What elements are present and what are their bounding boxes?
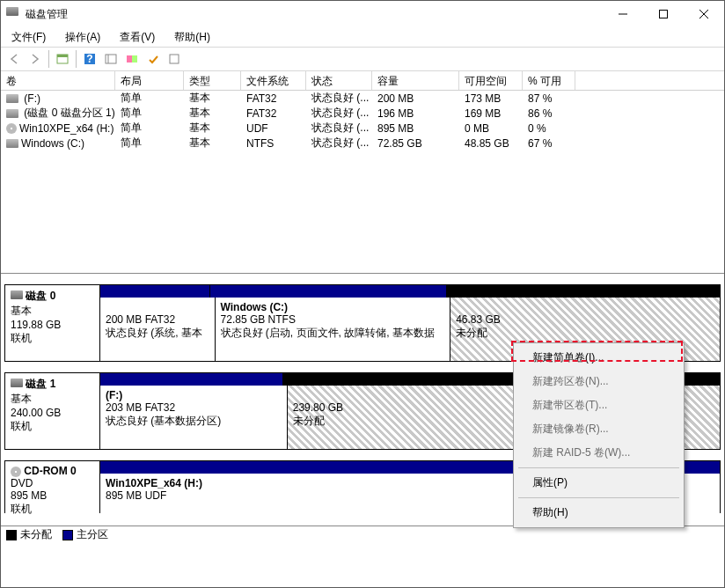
disk-label[interactable]: CD-ROM 0DVD895 MB联机 [5, 461, 100, 513]
col-fs[interactable]: 文件系统 [241, 71, 306, 90]
svg-rect-11 [132, 55, 137, 62]
legend-primary-swatch [62, 530, 73, 540]
forward-button[interactable] [26, 49, 45, 69]
context-menu: 新建简单卷(I)... 新建跨区卷(N)... 新建带区卷(T)... 新建镜像… [513, 342, 685, 528]
menu-file[interactable]: 文件(F) [6, 28, 51, 47]
menu-view[interactable]: 查看(V) [114, 28, 160, 47]
maximize-button[interactable] [643, 1, 684, 27]
disk-label[interactable]: 磁盘 1基本240.00 GB联机 [5, 373, 100, 449]
legend-unalloc-swatch [6, 530, 17, 540]
col-status[interactable]: 状态 [306, 71, 372, 90]
volume-row[interactable]: (F:)简单基本FAT32状态良好 (...200 MB173 MB87 % [1, 91, 724, 106]
toolbar-icon-5[interactable] [143, 49, 163, 69]
volume-row[interactable]: (磁盘 0 磁盘分区 1)简单基本FAT32状态良好 (...196 MB169… [1, 106, 724, 121]
volume-row[interactable]: Win10XPE_x64 (H:)简单基本UDF状态良好 (...895 MB0… [1, 121, 724, 136]
help-icon[interactable]: ? [80, 49, 99, 69]
toolbar-icon-6[interactable] [165, 49, 184, 69]
back-button[interactable] [4, 49, 24, 69]
ctx-separator [518, 467, 679, 468]
ctx-separator [518, 497, 679, 498]
svg-rect-10 [127, 55, 132, 62]
ctx-help[interactable]: 帮助(H) [516, 501, 681, 525]
separator [48, 50, 49, 68]
col-capacity[interactable]: 容量 [372, 71, 459, 90]
menubar: 文件(F) 操作(A) 查看(V) 帮助(H) [1, 27, 724, 47]
disk-label[interactable]: 磁盘 0基本119.88 GB联机 [5, 285, 100, 361]
svg-text:?: ? [86, 53, 92, 65]
window-title: 磁盘管理 [26, 7, 603, 22]
volume-row[interactable]: Windows (C:)简单基本NTFS状态良好 (...72.85 GB48.… [1, 136, 724, 151]
col-pctfree[interactable]: % 可用 [523, 71, 575, 90]
partition[interactable]: (F:)203 MB FAT32状态良好 (基本数据分区) [100, 386, 288, 449]
ctx-new-spanned-volume: 新建跨区卷(N)... [516, 370, 681, 393]
svg-rect-12 [170, 55, 179, 63]
column-headers: 卷 布局 类型 文件系统 状态 容量 可用空间 % 可用 [1, 71, 724, 91]
toolbar-icon-4[interactable] [122, 49, 142, 69]
col-type[interactable]: 类型 [184, 71, 241, 90]
volume-list[interactable]: 卷 布局 类型 文件系统 状态 容量 可用空间 % 可用 (F:)简单基本FAT… [1, 71, 724, 274]
toolbar-icon-3[interactable] [101, 49, 121, 69]
partition[interactable]: 200 MB FAT32状态良好 (系统, 基本 [100, 298, 216, 361]
ctx-properties[interactable]: 属性(P) [516, 471, 681, 495]
ctx-new-raid5-volume: 新建 RAID-5 卷(W)... [516, 441, 681, 465]
menu-help[interactable]: 帮助(H) [169, 28, 216, 47]
close-button[interactable] [684, 1, 724, 27]
svg-rect-5 [57, 55, 68, 57]
menu-action[interactable]: 操作(A) [60, 28, 106, 47]
app-icon [6, 7, 20, 21]
partition[interactable]: Windows (C:)72.85 GB NTFS状态良好 (启动, 页面文件,… [216, 298, 451, 361]
toolbar: ? [1, 47, 724, 71]
svg-rect-1 [660, 11, 668, 18]
ctx-new-striped-volume: 新建带区卷(T)... [516, 393, 681, 417]
ctx-new-mirror-volume: 新建镜像卷(R)... [516, 417, 681, 441]
titlebar: 磁盘管理 [1, 1, 724, 27]
legend: 未分配 主分区 [1, 526, 724, 543]
col-layout[interactable]: 布局 [115, 71, 184, 90]
minimize-button[interactable] [603, 1, 643, 27]
toolbar-icon-1[interactable] [53, 49, 72, 69]
ctx-new-simple-volume[interactable]: 新建简单卷(I)... [516, 346, 681, 370]
col-free[interactable]: 可用空间 [459, 71, 523, 90]
svg-rect-8 [106, 55, 116, 63]
separator [76, 50, 77, 68]
legend-primary: 主分区 [77, 527, 108, 542]
col-volume[interactable]: 卷 [1, 71, 115, 90]
legend-unalloc: 未分配 [20, 527, 52, 542]
